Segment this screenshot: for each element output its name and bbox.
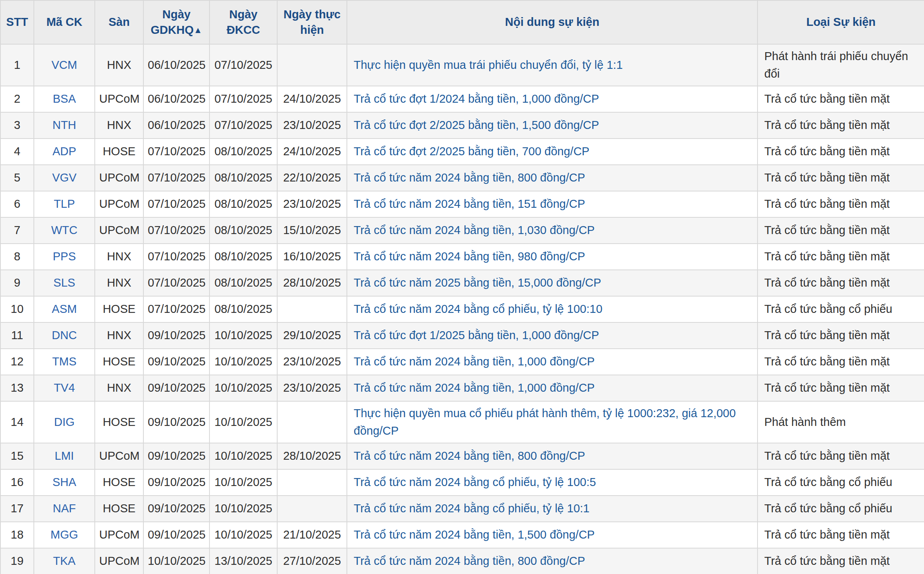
execution-date-cell	[277, 44, 347, 86]
stock-code: SLS	[34, 270, 95, 296]
stock-code-link[interactable]: PPS	[53, 250, 76, 263]
row-index-cell: 17	[0, 496, 34, 522]
exchange-cell: HNX	[95, 44, 143, 86]
stock-code-link[interactable]: TLP	[54, 197, 75, 210]
record-date-cell: 08/10/2025	[209, 270, 277, 296]
stock-code-link[interactable]: ADP	[53, 145, 76, 158]
event-content-link[interactable]: Thực hiện quyền mua cổ phiếu phát hành t…	[354, 407, 736, 437]
stock-code: DIG	[34, 401, 95, 443]
exchange-cell: UPCoM	[95, 522, 143, 548]
event-content-link[interactable]: Trả cổ tức năm 2024 bằng tiền, 151 đồng/…	[354, 197, 585, 210]
stock-code-link[interactable]: BSA	[53, 92, 76, 105]
event-content-link[interactable]: Trả cổ tức năm 2024 bằng cổ phiếu, tỷ lệ…	[354, 303, 603, 315]
stock-code-link[interactable]: NTH	[53, 119, 76, 131]
event-content: Trả cổ tức đợt 2/2025 bằng tiền, 1,500 đ…	[347, 112, 758, 139]
event-content-link[interactable]: Trả cổ tức năm 2024 bằng tiền, 980 đồng/…	[354, 250, 585, 263]
execution-date-cell: 23/10/2025	[277, 112, 347, 139]
stock-code-link[interactable]: NAF	[53, 502, 76, 515]
stock-code: VGV	[34, 165, 95, 191]
event-type-cell: Trả cổ tức bằng tiền mặt	[758, 270, 924, 296]
event-type-cell: Trả cổ tức bằng tiền mặt	[758, 112, 924, 139]
column-header-ngay-thuc-hien[interactable]: Ngày thực hiện	[277, 0, 347, 44]
event-type-cell: Trả cổ tức bằng tiền mặt	[758, 139, 924, 165]
event-content-link[interactable]: Trả cổ tức năm 2024 bằng cổ phiếu, tỷ lệ…	[354, 502, 589, 515]
column-header-ngay-dkcc[interactable]: Ngày ĐKCC	[209, 0, 277, 44]
ex-right-date-cell: 07/10/2025	[143, 244, 209, 270]
column-header-stt[interactable]: STT	[0, 0, 34, 44]
event-content-link[interactable]: Trả cổ tức năm 2024 bằng tiền, 1,500 đồn…	[354, 528, 595, 541]
record-date-cell: 08/10/2025	[209, 296, 277, 322]
event-content-link[interactable]: Trả cổ tức năm 2024 bằng tiền, 1,000 đồn…	[354, 381, 595, 394]
stock-code-link[interactable]: TV4	[54, 381, 75, 394]
stock-code-link[interactable]: MGG	[51, 528, 78, 541]
event-content-link[interactable]: Trả cổ tức năm 2024 bằng cổ phiếu, tỷ lệ…	[354, 476, 596, 488]
event-content-link[interactable]: Trả cổ tức năm 2024 bằng tiền, 800 đồng/…	[354, 449, 585, 462]
stock-code: TMS	[34, 349, 95, 375]
exchange-cell: HNX	[95, 322, 143, 349]
event-content-link[interactable]: Trả cổ tức đợt 1/2025 bằng tiền, 1,000 đ…	[354, 329, 599, 342]
column-header-ma-ck[interactable]: Mã CK	[34, 0, 95, 44]
stock-code-link[interactable]: SLS	[53, 276, 75, 289]
row-index-cell: 8	[0, 244, 34, 270]
event-content-link[interactable]: Trả cổ tức năm 2024 bằng tiền, 800 đồng/…	[354, 171, 585, 184]
column-header-loai-su-kien[interactable]: Loại Sự kiện	[758, 0, 924, 44]
stock-code-link[interactable]: WTC	[51, 224, 77, 236]
row-index-cell: 7	[0, 217, 34, 244]
event-content: Thực hiện quyền mua cổ phiếu phát hành t…	[347, 401, 758, 443]
column-header-ngay-gdkhq[interactable]: Ngày GDKHQ▲	[143, 0, 209, 44]
stock-code-link[interactable]: DIG	[54, 416, 75, 428]
event-type-cell: Trả cổ tức bằng tiền mặt	[758, 548, 924, 574]
event-content-link[interactable]: Thực hiện quyền mua trái phiếu chuyển đổ…	[354, 59, 623, 71]
exchange-cell: UPCoM	[95, 548, 143, 574]
stock-code-link[interactable]: ASM	[52, 303, 77, 315]
event-content-link[interactable]: Trả cổ tức đợt 1/2024 bằng tiền, 1,000 đ…	[354, 92, 599, 105]
record-date-cell: 10/10/2025	[209, 401, 277, 443]
table-row: 4ADPHOSE07/10/202508/10/202524/10/2025Tr…	[0, 139, 924, 165]
ex-right-date-cell: 07/10/2025	[143, 217, 209, 244]
stock-code: SHA	[34, 469, 95, 496]
event-content: Thực hiện quyền mua trái phiếu chuyển đổ…	[347, 44, 758, 86]
event-content-link[interactable]: Trả cổ tức năm 2024 bằng tiền, 1,000 đồn…	[354, 355, 595, 368]
event-content-link[interactable]: Trả cổ tức đợt 2/2025 bằng tiền, 1,500 đ…	[354, 119, 599, 131]
stock-code-link[interactable]: DNC	[52, 329, 77, 342]
record-date-cell: 08/10/2025	[209, 191, 277, 217]
row-index-cell: 1	[0, 44, 34, 86]
column-header-label: Sàn	[108, 16, 129, 28]
exchange-cell: HNX	[95, 244, 143, 270]
column-header-san[interactable]: Sàn	[95, 0, 143, 44]
record-date-cell: 10/10/2025	[209, 322, 277, 349]
table-row: 2BSAUPCoM06/10/202507/10/202524/10/2025T…	[0, 86, 924, 112]
column-header-noi-dung-su-kien[interactable]: Nội dung sự kiện	[347, 0, 758, 44]
ex-right-date-cell: 10/10/2025	[143, 548, 209, 574]
event-content: Trả cổ tức năm 2025 bằng tiền, 15,000 đồ…	[347, 270, 758, 296]
event-type-cell: Phát hành thêm	[758, 401, 924, 443]
table-header-row: STT Mã CK Sàn Ngày GDKHQ▲ Ngày ĐKCC Ngày…	[0, 0, 924, 44]
event-content-link[interactable]: Trả cổ tức năm 2025 bằng tiền, 15,000 đồ…	[354, 276, 601, 289]
stock-code-link[interactable]: SHA	[53, 476, 76, 488]
execution-date-cell: 24/10/2025	[277, 86, 347, 112]
row-index-cell: 6	[0, 191, 34, 217]
stock-code-link[interactable]: TKA	[53, 554, 75, 567]
record-date-cell: 10/10/2025	[209, 469, 277, 496]
stock-code-link[interactable]: VGV	[52, 171, 76, 184]
event-content-link[interactable]: Trả cổ tức năm 2024 bằng tiền, 800 đồng/…	[354, 554, 585, 567]
stock-code-link[interactable]: TMS	[52, 355, 76, 368]
stock-code-link[interactable]: VCM	[51, 59, 77, 71]
table-row: 16SHAHOSE09/10/202510/10/2025Trả cổ tức …	[0, 469, 924, 496]
row-index-cell: 16	[0, 469, 34, 496]
table-row: 7WTCUPCoM07/10/202508/10/202515/10/2025T…	[0, 217, 924, 244]
event-content: Trả cổ tức năm 2024 bằng tiền, 800 đồng/…	[347, 548, 758, 574]
ex-right-date-cell: 07/10/2025	[143, 165, 209, 191]
table-row: 15LMIUPCoM09/10/202510/10/202528/10/2025…	[0, 443, 924, 469]
event-content-link[interactable]: Trả cổ tức năm 2024 bằng tiền, 1,030 đồn…	[354, 224, 595, 236]
stock-code-link[interactable]: LMI	[55, 449, 74, 462]
ex-right-date-cell: 09/10/2025	[143, 401, 209, 443]
stock-code: VCM	[34, 44, 95, 86]
execution-date-cell: 28/10/2025	[277, 443, 347, 469]
event-content-link[interactable]: Trả cổ tức đợt 2/2025 bằng tiền, 700 đồn…	[354, 145, 589, 158]
row-index-cell: 3	[0, 112, 34, 139]
ex-right-date-cell: 09/10/2025	[143, 522, 209, 548]
row-index-cell: 12	[0, 349, 34, 375]
ex-right-date-cell: 09/10/2025	[143, 349, 209, 375]
execution-date-cell: 23/10/2025	[277, 349, 347, 375]
